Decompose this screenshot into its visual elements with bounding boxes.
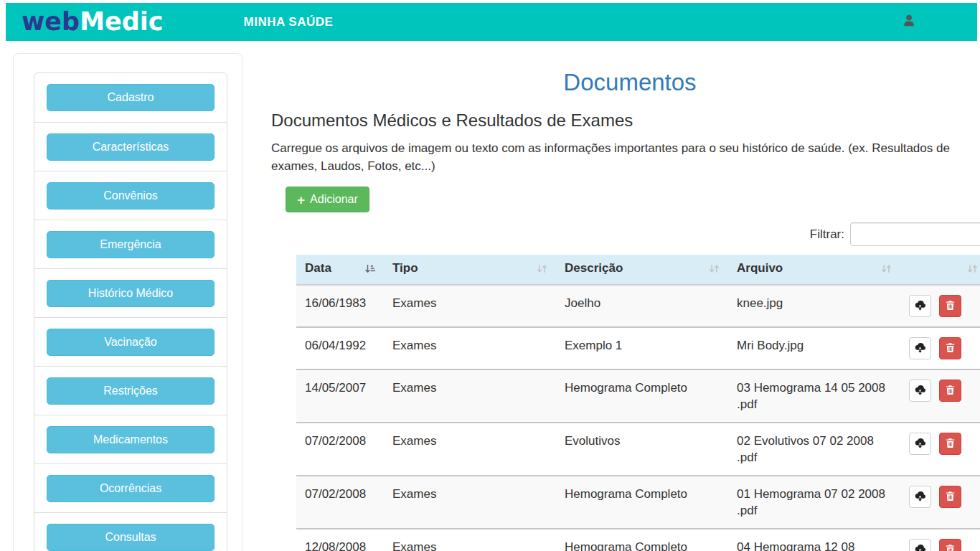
filter-label: Filtrar: [810,227,844,242]
sort-both-icon [881,263,892,278]
sidebar-item-ocorrencias[interactable]: Ocorrências [47,475,215,502]
cell-actions [900,369,980,423]
cell-data: 07/02/2008 [296,476,384,529]
plus-icon: + [297,194,305,205]
cell-data: 16/06/1983 [296,285,384,327]
cloud-download-icon [913,341,927,357]
column-header-arquivo[interactable]: Arquivo [728,255,900,285]
sidebar-item-consultas[interactable]: Consultas [47,524,215,551]
column-header-data[interactable]: Data [296,255,384,285]
brand-logo-web: web [22,7,80,36]
sidebar-list-item: Características [34,122,227,171]
cell-descricao: Hemograma Completo [556,476,728,529]
cell-descricao: Joelho [556,285,728,327]
cell-actions [900,423,980,476]
brand-logo-medic: Medic [80,7,163,36]
column-header-actions[interactable] [900,255,980,285]
download-button[interactable] [909,539,931,551]
sidebar-list-item: Cadastro [34,73,227,122]
sidebar-list-item: Vacinação [34,317,227,366]
table-row: 06/04/1992 Exames Exemplo 1 Mri Body.jpg [296,327,980,369]
add-document-button[interactable]: + Adicionar [286,187,369,212]
sidebar-list-item: Restrições [34,366,227,415]
nav-item-minha-saude[interactable]: MINHA SAÚDE [244,15,334,29]
delete-button[interactable] [939,486,961,508]
cell-arquivo: 04 Hemograma 12 08 2008.pdf [728,529,900,551]
cell-arquivo: Mri Body.jpg [728,327,900,369]
cloud-download-icon [913,383,927,399]
delete-button[interactable] [939,433,961,455]
sort-both-icon [967,263,978,278]
delete-button[interactable] [939,380,961,402]
sidebar-item-caracteristicas[interactable]: Características [47,133,215,161]
cell-data: 14/05/2007 [296,369,384,423]
sidebar-list-item: Medicamentos [34,415,227,463]
download-button[interactable] [909,433,931,455]
filter-input[interactable] [850,222,980,246]
cell-arquivo: knee.jpg [728,285,900,327]
cell-actions [900,285,980,327]
cell-descricao: Exemplo 1 [556,327,728,369]
delete-button[interactable] [939,539,961,551]
table-row: 07/02/2008 Exames Hemograma Completo 01 … [296,476,980,529]
download-button[interactable] [909,486,931,508]
column-header-tipo[interactable]: Tipo [384,255,556,285]
trash-icon [944,299,956,314]
delete-button[interactable] [939,295,961,317]
cell-tipo: Exames [384,529,556,551]
table-row: 14/05/2007 Exames Hemograma Completo 03 … [296,369,980,423]
app-window: webMedic MINHA SAÚDE Cadastro Caracterís… [0,0,980,551]
cell-descricao: Evolutivos [556,423,728,476]
sidebar-item-cadastro[interactable]: Cadastro [47,84,215,111]
page-title: Documentos [271,69,980,96]
cell-actions [900,476,980,529]
cell-actions [900,529,980,551]
table-row: 12/08/2008 Exames Hemograma Completo 04 … [296,529,980,551]
download-button[interactable] [909,380,931,402]
cell-tipo: Exames [384,369,556,423]
sort-both-icon [709,263,720,278]
cell-actions [900,327,980,369]
trash-icon [944,437,956,451]
sort-both-icon [537,263,547,278]
cloud-download-icon [913,489,927,505]
sidebar-item-restricoes[interactable]: Restrições [47,377,215,405]
cell-tipo: Exames [384,476,556,529]
user-menu-button[interactable] [901,13,917,31]
cell-tipo: Exames [384,327,556,369]
cell-data: 07/02/2008 [296,423,384,476]
cell-tipo: Exames [384,285,556,327]
column-header-descricao[interactable]: Descrição [556,255,728,285]
download-button[interactable] [909,295,931,317]
table-row: 16/06/1983 Exames Joelho knee.jpg [296,285,980,327]
download-button[interactable] [909,337,931,359]
sort-active-icon [364,263,375,278]
cloud-download-icon [913,298,927,314]
sidebar-list-item: Histórico Médico [34,268,227,317]
sidebar-item-historico-medico[interactable]: Histórico Médico [47,280,215,307]
add-button-label: Adicionar [310,193,358,206]
sidebar-list-item: Consultas [34,512,227,551]
cell-descricao: Hemograma Completo [556,529,728,551]
section-title: Documentos Médicos e Resultados de Exame… [271,110,980,131]
main-content: Documentos Documentos Médicos e Resultad… [271,53,980,551]
sidebar-item-medicamentos[interactable]: Medicamentos [47,426,215,453]
sidebar-list: Cadastro Características Convênios Emerg… [34,72,227,551]
filter-row: Filtrar: [271,222,980,246]
sidebar-panel: Cadastro Características Convênios Emerg… [13,53,242,551]
sidebar-item-vacinacao[interactable]: Vacinação [47,329,215,356]
sidebar-item-emergencia[interactable]: Emergência [47,231,215,258]
top-navbar: webMedic MINHA SAÚDE [6,3,977,41]
brand-logo[interactable]: webMedic [22,9,164,34]
documents-table: Data Tipo Descrição Arquivo [296,255,980,551]
sidebar-list-item: Convênios [34,171,227,220]
delete-button[interactable] [939,337,961,359]
cell-arquivo: 01 Hemograma 07 02 2008 .pdf [728,476,900,529]
cloud-download-icon [913,436,927,452]
sidebar-item-convenios[interactable]: Convênios [47,182,215,209]
sidebar-list-item: Emergência [34,220,227,268]
table-row: 07/02/2008 Exames Evolutivos 02 Evolutiv… [296,423,980,476]
cell-descricao: Hemograma Completo [556,369,728,423]
trash-icon [944,384,956,398]
cell-tipo: Exames [384,423,556,476]
